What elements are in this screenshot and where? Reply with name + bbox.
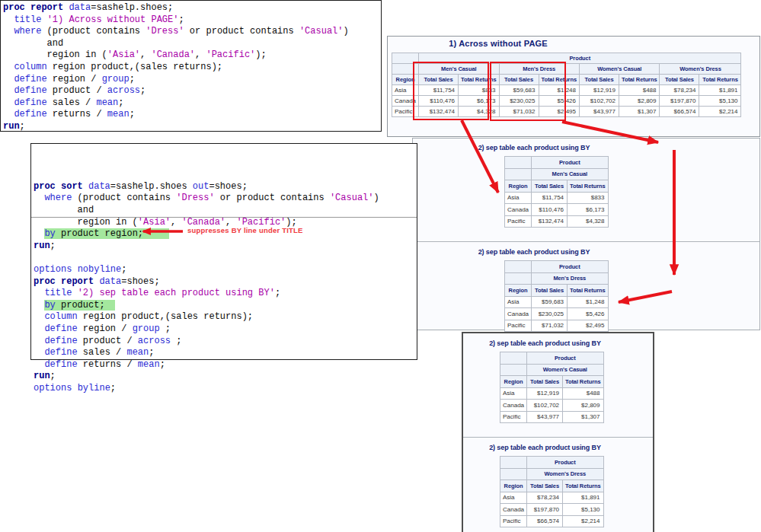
region-cell: Asia [500, 492, 527, 504]
corner-cell [500, 352, 527, 365]
code-line: define returns / mean; [34, 359, 417, 371]
code-line: proc report data=shoes; [34, 276, 417, 288]
value-cell: $6,173 [568, 204, 608, 216]
region-cell: Canada [505, 204, 532, 216]
corner-cell [505, 168, 532, 180]
product-group-header: Women's Dress [660, 64, 741, 75]
code-line: and [34, 205, 417, 217]
by-table-womens-casual: ProductWomen's CasualRegionTotal SalesTo… [500, 352, 604, 423]
metric-header: Total Sales [580, 75, 619, 85]
region-cell: Pacific [500, 515, 527, 527]
value-cell: $43,977 [580, 107, 619, 117]
table-row: Pacific$43,977$1,307 [500, 411, 604, 423]
output-panel-by-women: 2) sep table each product using BY Produ… [462, 332, 654, 532]
table-row: RegionTotal SalesTotal Returns [505, 180, 609, 193]
value-cell: $1,891 [563, 492, 603, 504]
product-spanner: Product [527, 457, 603, 469]
value-cell: $78,234 [660, 85, 699, 96]
table-row: Product [500, 352, 604, 365]
corner-cell [505, 261, 532, 273]
value-cell: $5,130 [563, 504, 603, 516]
code-line: title '1) Across without PAGE'; [3, 14, 381, 27]
screenshot-canvas: 1) Across without PAGE ProductMen's Casu… [0, 0, 761, 532]
value-cell: $43,977 [527, 411, 563, 423]
region-header: Region [505, 180, 532, 193]
region-cell: Asia [505, 192, 532, 204]
table-row: Product [500, 457, 604, 469]
corner-cell [500, 364, 527, 376]
table-row: Asia$78,234$1,891 [500, 492, 604, 504]
product-group-header: Men's Casual [532, 168, 608, 180]
corner-cell [500, 457, 527, 469]
code-line: define returns / mean; [3, 109, 381, 121]
value-cell: $132,474 [532, 215, 568, 228]
table-row: Men's Casual [505, 168, 609, 180]
value-cell: $66,574 [527, 515, 563, 527]
table-row: Asia$12,919$488 [500, 387, 604, 400]
product-spanner: Product [532, 261, 608, 273]
value-cell: $5,426 [568, 308, 608, 320]
code-divider [31, 217, 417, 218]
value-cell: $1,307 [563, 411, 603, 423]
metric-header: Total Returns [563, 376, 603, 388]
value-cell: $488 [563, 387, 603, 400]
table-row: Canada$197,870$5,130 [500, 504, 604, 516]
metric-header: Total Returns [563, 480, 603, 492]
value-cell: $2,809 [619, 96, 660, 107]
code-block-by: proc sort data=sashelp.shoes out=shoes; … [30, 143, 417, 360]
highlighted-code: by product; [44, 300, 114, 311]
region-cell: Pacific [500, 411, 527, 423]
table-row: RegionTotal SalesTotal Returns [505, 285, 609, 297]
table-row: Canada$102,702$2,809 [500, 400, 604, 412]
code-line: options nobyline; [34, 264, 417, 276]
product-spanner: Product [532, 157, 608, 169]
code-line: by product; [34, 300, 417, 312]
region-cell: Canada [500, 400, 527, 412]
by-table-mens-dress: ProductMen's DressRegionTotal SalesTotal… [504, 260, 609, 332]
product-group-header: Women's Dress [527, 468, 603, 480]
table-row: Product [505, 261, 609, 273]
value-cell: $1,891 [699, 85, 741, 96]
code-line: run; [3, 121, 381, 133]
highlight-box-mens-dress [490, 62, 566, 121]
metric-header: Total Sales [527, 480, 563, 492]
code-line [34, 252, 417, 264]
by-title-womens-dress: 2) sep table each product using BY [463, 444, 627, 451]
output-title-across: 1) Across without PAGE [388, 39, 609, 48]
metric-header: Total Returns [568, 180, 608, 193]
table-row: RegionTotal SalesTotal Returns [500, 376, 604, 388]
value-cell: $4,328 [568, 215, 608, 228]
value-cell: $5,130 [699, 96, 741, 107]
value-cell: $833 [568, 192, 608, 204]
corner-cell [505, 272, 532, 285]
region-cell: Pacific [505, 215, 532, 228]
region-cell: Asia [500, 387, 527, 400]
metric-header: Total Sales [660, 75, 699, 85]
value-cell: $59,683 [532, 296, 568, 308]
value-cell: $197,870 [527, 504, 563, 516]
metric-header: Total Sales [527, 376, 563, 388]
value-cell: $1,248 [568, 296, 608, 308]
table-row: Canada$230,025$5,426 [505, 308, 609, 320]
table-row: Women's Dress [500, 468, 604, 480]
table-row: RegionTotal SalesTotal Returns [500, 480, 604, 492]
value-cell: $78,234 [527, 492, 563, 504]
region-header: Region [500, 480, 527, 492]
code-line: define sales / mean; [3, 97, 381, 110]
code-line: column region product,(sales returns); [3, 62, 381, 74]
table-row: Men's Dress [505, 272, 609, 285]
by-title-mens-casual: 2) sep table each product using BY [413, 144, 655, 151]
code-block-across: proc report data=sashelp.shoes; title '1… [0, 0, 382, 132]
region-header: Region [505, 285, 532, 297]
corner-cell [505, 157, 532, 169]
value-cell: $71,032 [532, 320, 568, 332]
table-row: Canada$110,476$6,173 [505, 204, 609, 216]
code-line: where (product contains 'Dress' or produ… [34, 193, 417, 205]
code-line: define product / across; [3, 85, 381, 97]
value-cell: $488 [619, 85, 660, 96]
code-line: run; [34, 241, 417, 253]
value-cell: $1,307 [619, 107, 660, 117]
region-cell: Pacific [505, 320, 532, 332]
page-divider [463, 437, 653, 438]
table-row: Pacific$132,474$4,328 [505, 215, 609, 228]
